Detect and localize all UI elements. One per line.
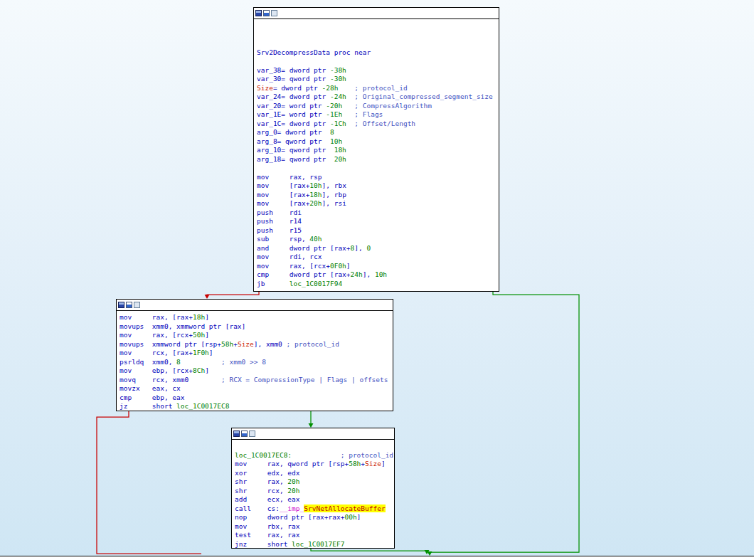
- node-code: Srv2DecompressData proc near var_38= dwo…: [254, 19, 499, 288]
- code-line[interactable]: mov [rax+20h], rsi: [257, 199, 496, 208]
- code-token: 18h: [309, 191, 322, 199]
- text-view-icon[interactable]: [271, 10, 277, 16]
- node-header[interactable]: [254, 8, 499, 19]
- code-token: 00h: [344, 513, 356, 521]
- code-line[interactable]: [235, 442, 391, 451]
- code-line[interactable]: push r14: [257, 217, 496, 226]
- text-view-icon[interactable]: [249, 430, 255, 437]
- code-line[interactable]: shr rax, 20h: [235, 477, 391, 487]
- code-line[interactable]: movups xmm0, xmmword ptr [rax]: [120, 322, 390, 332]
- code-line[interactable]: mov rax, [rax+18h]: [120, 313, 390, 322]
- code-token: Size: [238, 340, 254, 348]
- code-line[interactable]: cmp dword ptr [rax+24h], 10h: [257, 270, 496, 280]
- code-token: jnz short: [235, 540, 292, 548]
- graph-overview-icon[interactable]: [241, 430, 248, 437]
- code-line[interactable]: movups xmmword ptr [rsp+58h+Size], xmm0 …: [120, 340, 390, 349]
- collapse-node-icon[interactable]: [255, 10, 262, 16]
- function-entry-block[interactable]: Srv2DecompressData proc near var_38= dwo…: [253, 7, 499, 292]
- node-header[interactable]: [232, 428, 394, 440]
- code-line[interactable]: var_38= dword ptr -38h: [257, 66, 496, 75]
- code-line[interactable]: cmp ebp, eax: [120, 393, 390, 403]
- code-line[interactable]: arg_10= qword ptr 18h: [257, 146, 496, 155]
- code-token: ]: [205, 313, 209, 321]
- code-line[interactable]: call cs:__imp_SrvNetAllocateBuffer: [235, 504, 391, 514]
- graph-canvas[interactable]: Srv2DecompressData proc near var_38= dwo…: [0, 0, 754, 560]
- collapse-node-icon[interactable]: [118, 302, 124, 308]
- code-line[interactable]: [257, 57, 496, 66]
- code-token: var_1E= word ptr: [257, 110, 326, 118]
- code-line[interactable]: mov rdi, rcx: [257, 253, 496, 262]
- code-token: shr rax,: [235, 477, 287, 485]
- compare-block[interactable]: mov rax, [rax+18h]movups xmm0, xmmword p…: [116, 299, 393, 411]
- code-line[interactable]: nop dword ptr [rax+rax+00h]: [235, 513, 391, 522]
- text-view-icon[interactable]: [134, 302, 140, 308]
- code-token: test rax, rax: [235, 531, 300, 539]
- code-line[interactable]: mov rax, qword ptr [rsp+58h+Size]: [235, 460, 391, 469]
- node-code: loc_1C0017EC8: ; protocol_idmov rax, qwo…: [232, 440, 394, 549]
- code-line[interactable]: test rax, rax: [235, 531, 391, 540]
- allocate-buffer-block[interactable]: loc_1C0017EC8: ; protocol_idmov rax, qwo…: [231, 428, 395, 549]
- code-line[interactable]: arg_0= dword ptr 8: [257, 128, 496, 137]
- collapse-node-icon[interactable]: [233, 430, 240, 437]
- code-token: ], rbx: [322, 181, 346, 189]
- code-token: [342, 110, 354, 118]
- code-token: Size: [257, 84, 273, 92]
- code-line[interactable]: var_20= word ptr -20h ; CompressAlgorith…: [257, 102, 496, 111]
- code-line[interactable]: var_1E= word ptr -1Eh ; Flags: [257, 110, 496, 120]
- code-line[interactable]: shr rcx, 20h: [235, 487, 391, 496]
- code-line[interactable]: mov rax, [rcx+50h]: [120, 331, 390, 340]
- code-line[interactable]: Srv2DecompressData proc near: [257, 48, 496, 58]
- graph-overview-icon[interactable]: [263, 10, 270, 16]
- code-token: mov rcx, [rax+: [120, 349, 193, 356]
- code-token: 8Ch: [193, 366, 205, 374]
- code-line[interactable]: jnz short loc_1C0017EF7: [235, 540, 391, 549]
- code-token: [346, 120, 354, 127]
- code-line[interactable]: movq rcx, xmm0 ; RCX = CompressionType |…: [120, 376, 390, 385]
- code-line[interactable]: var_30= qword ptr -30h: [257, 75, 496, 84]
- code-line[interactable]: Size= dword ptr -28h ; protocol_id: [257, 84, 496, 93]
- code-line[interactable]: arg_18= qword ptr 20h: [257, 155, 496, 164]
- code-line[interactable]: [257, 21, 496, 31]
- code-token: movups xmm0, xmmword ptr [rax]: [120, 322, 245, 330]
- code-line[interactable]: psrldq xmm0, 8 ; xmm0 >> 8: [120, 358, 390, 367]
- edge-entry-fallthrough-red: [207, 292, 259, 295]
- code-line[interactable]: [257, 39, 496, 48]
- code-line[interactable]: mov rax, rsp: [257, 173, 496, 182]
- code-token: SrvNetAllocateBuffer: [304, 504, 385, 512]
- code-token: arg_0= dword ptr: [257, 128, 330, 136]
- code-token: xor edx, edx: [235, 469, 300, 477]
- code-line[interactable]: [257, 164, 496, 173]
- code-line[interactable]: jb loc_1C0017F94: [257, 280, 496, 289]
- code-token: 10h: [330, 137, 342, 145]
- code-line[interactable]: add ecx, eax: [235, 495, 391, 504]
- code-token: [292, 451, 341, 459]
- code-line[interactable]: mov rcx, [rax+1F0h]: [120, 349, 390, 358]
- code-token: mov ebp, [rcx+: [120, 366, 193, 374]
- code-line[interactable]: var_24= dword ptr -24h ; Original_compre…: [257, 93, 496, 102]
- code-token: and dword ptr [rax+: [257, 244, 351, 252]
- code-line[interactable]: jz short loc_1C0017EC8: [120, 402, 390, 411]
- code-line[interactable]: and dword ptr [rax+8], 0: [257, 244, 496, 253]
- code-line[interactable]: [257, 31, 496, 40]
- code-token: [338, 84, 354, 92]
- graph-overview-icon[interactable]: [126, 302, 132, 308]
- code-line[interactable]: mov rax, [rcx+0F0h]: [257, 262, 496, 271]
- footer-strip: [0, 556, 754, 560]
- code-line[interactable]: mov ebp, [rcx+8Ch]: [120, 366, 390, 376]
- code-token: loc_1C0017EF7: [292, 540, 344, 548]
- code-line[interactable]: loc_1C0017EC8: ; protocol_id: [235, 451, 391, 460]
- code-line[interactable]: mov [rax+10h], rbx: [257, 181, 496, 191]
- code-token: -28h: [322, 84, 339, 92]
- code-line[interactable]: push rdi: [257, 208, 496, 218]
- code-token: jb: [257, 280, 290, 287]
- code-line[interactable]: movzx eax, cx: [120, 384, 390, 393]
- code-line[interactable]: sub rsp, 40h: [257, 235, 496, 244]
- code-line[interactable]: arg_8= qword ptr 10h: [257, 137, 496, 147]
- code-token: = dword ptr: [273, 84, 322, 92]
- code-line[interactable]: xor edx, edx: [235, 469, 391, 478]
- code-line[interactable]: mov [rax+18h], rbp: [257, 191, 496, 200]
- code-line[interactable]: mov rbx, rax: [235, 522, 391, 532]
- code-line[interactable]: var_1C= dword ptr -1Ch ; Offset/Length: [257, 120, 496, 129]
- node-header[interactable]: [117, 300, 393, 311]
- code-line[interactable]: push r15: [257, 226, 496, 236]
